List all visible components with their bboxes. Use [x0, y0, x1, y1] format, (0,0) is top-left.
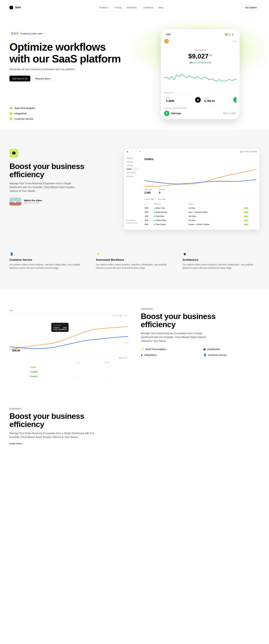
wallet-card[interactable]: USDT 6,780.24 [202, 95, 232, 105]
chart-tooltip: 03 Jul, 2024 ● Orders 2560 ● Avg. value … [51, 323, 68, 332]
phone-mockup: 9:41 📶 📡 🔋 ⋯ Total balance $9,027.00 24h… [161, 29, 239, 119]
orders-table: # ↓CustomerProduct 8890Adrian CurtisSort… [144, 202, 256, 226]
browser-bar: 🔒 sortui.company ▣ ▣ [10, 308, 128, 313]
feature-grid: 👤 Customer Service Our platform offers r… [10, 252, 259, 270]
browser-mockup: ▣ ← → ↻ 🔒 sortui.company Analytics Overv… [124, 149, 259, 230]
signal-icons: 📶 📡 🔋 [225, 33, 234, 36]
app-icon [10, 149, 18, 158]
sidebar-bottom: Documentations Download iOS App [126, 219, 140, 224]
url-text: 🔒 sortui.company [240, 150, 257, 153]
sidebar: Analytics Overview Products Orders Subsc… [124, 154, 141, 230]
table-row[interactable]: —Pending—— [10, 365, 128, 369]
orders-table: ProductDateMethod —Pending—— —Completed—… [10, 360, 128, 379]
svg-point-0 [236, 78, 236, 80]
table-row[interactable]: 8890Randy RothmanArise — Personal Templa… [145, 210, 256, 214]
sidebar-item[interactable]: Discounts [126, 175, 140, 178]
sidebar-link[interactable]: Documentations [126, 219, 140, 222]
logo-group[interactable]: Sort [10, 6, 21, 10]
sidebar-item[interactable]: Products [126, 164, 140, 167]
avatar-stack [11, 32, 19, 35]
sidebar-item[interactable]: Overview [126, 160, 140, 164]
table-row[interactable]: —Completed—— [10, 374, 128, 378]
section-title: Boost your businessefficiency [141, 312, 259, 329]
feature-item: ◈Integrations [141, 354, 197, 356]
reload-icon: ↻ [139, 150, 141, 153]
hero-subtitle: Automate all your business processes wit… [10, 68, 128, 71]
balance-value: $9,027.00 [164, 52, 236, 60]
boost-desc: Manage Your Entire Business Ecosystem fr… [10, 182, 76, 193]
sidebar-icon: ▣ [126, 150, 128, 153]
trust-badge[interactable]: Trusted by 1,000+ users › [10, 31, 47, 36]
orders-chart: 03 Jul, 2024 ● Orders 2560 ● Avg. value … [10, 318, 128, 343]
nav-blog[interactable]: Blog [159, 6, 163, 9]
chevron-down-icon: ⌄ [108, 6, 110, 8]
transactions-heading: LATEST TRANSACTIONS [164, 105, 236, 111]
boost-section: Boost your businessefficiency Manage You… [0, 130, 269, 288]
wallet-card[interactable]: ETH 0.4096 [164, 95, 193, 105]
check-icon: ✓ [10, 106, 13, 110]
more-icon[interactable]: ⋯ [232, 39, 236, 43]
watch-video-card[interactable]: ▶ Watch the video See how it works [10, 198, 115, 206]
get-started-button[interactable]: Get started [242, 5, 259, 10]
balance-chart [164, 68, 236, 89]
customer-icon: 👤 [203, 354, 206, 356]
hero-title: Optimize workflows with our SaaS platfor… [10, 41, 128, 64]
eth-icon: ◆ [195, 97, 201, 103]
automation-section: 🔒 sortui.company ▣ ▣ 19 · 10 · 2024 → 19… [0, 288, 269, 398]
user-avatar[interactable] [164, 39, 169, 44]
logo-icon [10, 6, 13, 10]
balance-card: Total balance $9,027.00 24h ▲ 1.3% ($103… [164, 46, 236, 67]
analytics-icon: ⚡ [141, 348, 144, 350]
feature-item: ⚡Real-Time Analytics [141, 348, 197, 350]
nav-company[interactable]: Company [143, 6, 153, 9]
nav-solutions[interactable]: Solutions⌄ [127, 6, 138, 9]
balance-change: 24h ▲ 1.3% ($103.24) [164, 61, 236, 64]
get-kit-button[interactable]: Get Sort UI Kit [10, 76, 30, 82]
feature-item: ▣Dashboards [203, 348, 260, 350]
logo-text: Sort [15, 6, 21, 9]
more-filters[interactable]: More filters [158, 198, 166, 200]
video-title: Watch the video [24, 199, 42, 202]
stat: Refunds0 [159, 189, 165, 194]
chevron-right-icon: › [23, 442, 23, 445]
request-demo-button[interactable]: Request demo [32, 76, 54, 82]
orders-chart [144, 164, 256, 181]
transaction-row[interactable]: $ P2P Sale 890.24 USDT [164, 111, 236, 116]
feature-item: ✓Real-Time Analytics [10, 106, 128, 110]
chevron-right-icon: › [44, 33, 45, 34]
sidebar-item[interactable]: Analytics [126, 156, 140, 160]
section-desc: Manage Your Entire Business Ecosystem fr… [141, 332, 207, 343]
sidebar-item-orders[interactable]: Orders [126, 168, 140, 171]
trust-text: Trusted by 1,000+ users [21, 32, 43, 35]
check-icon: ✓ [10, 117, 13, 120]
sidebar-item[interactable]: Subscriptions [126, 171, 140, 174]
filter-row: ● Status: Paid ⌄ More filters [144, 197, 256, 202]
hero-features: ✓Real-Time Analytics ✓Integrations ✓Cust… [10, 106, 128, 120]
eyebrow: Automation [141, 308, 259, 310]
architecture-icon: ▣ [182, 252, 187, 256]
section-desc: Manage Your Entire Business Ecosystem fr… [10, 432, 98, 439]
dashboards-icon: ▣ [203, 348, 206, 350]
feature-card: ⚡ Automated Workflows Our platform offer… [96, 252, 173, 270]
table-row[interactable]: 8890Fettye BaturSort FigmaPaid [145, 214, 256, 218]
date-range[interactable]: 19 · 10 · 2024 → 19 · 11 · 2024 [10, 313, 128, 318]
check-icon: ✓ [10, 112, 13, 115]
browser-main: Orders 17 March, 2024 Total orders2,560 … [141, 154, 259, 230]
nav-product[interactable]: Product⌄ [99, 6, 110, 9]
nav-pricing[interactable]: Pricing [115, 6, 122, 9]
feature-item: ✓Integrations [10, 112, 128, 115]
customer-icon: 👤 [10, 252, 14, 256]
table-row[interactable]: 8890Tiana LipshutzDynamo — Portfolio Tem… [145, 222, 256, 226]
feature-item: ✓Customer Service [10, 117, 128, 120]
chevron-down-icon: ⌄ [137, 6, 138, 8]
forward-icon: → [135, 150, 137, 153]
table-row[interactable]: —Completed—— [10, 370, 128, 374]
sidebar-link[interactable]: Download iOS App [126, 222, 140, 224]
table-row[interactable]: 8890Lindsey MangoSort PassPaid [145, 218, 256, 222]
section-title: Boost your businessefficiency [10, 412, 259, 428]
integrations-icon: ◈ [141, 354, 143, 356]
workflow-icon: ⚡ [96, 252, 100, 256]
learn-more-link[interactable]: Learn more › [10, 442, 23, 445]
feature-item: 👤Customer Service [203, 354, 260, 356]
table-row[interactable]: 8890Adrian CurtisSort PassPaid [145, 206, 256, 210]
